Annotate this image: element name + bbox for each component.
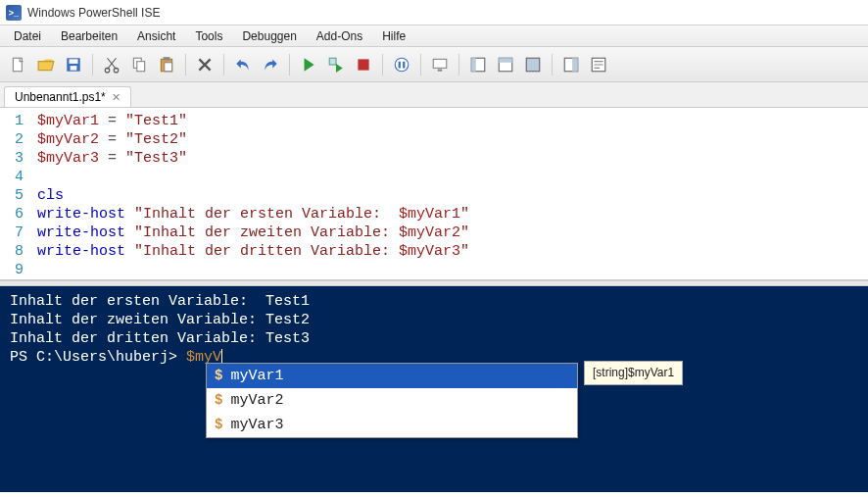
run-button[interactable] [296, 52, 321, 77]
pane-top-icon [497, 56, 514, 74]
pane-left-button[interactable] [465, 52, 491, 77]
pane-max-button[interactable] [520, 52, 546, 77]
menu-tools[interactable]: Tools [185, 27, 232, 44]
code-content: $myVar3 = "Test3" [37, 149, 187, 168]
menu-bearbeiten[interactable]: Bearbeiten [51, 27, 127, 44]
svg-rect-14 [433, 59, 447, 68]
line-number: 2 [8, 130, 37, 149]
line-number: 8 [8, 242, 37, 261]
paste-icon [158, 56, 175, 74]
svg-point-13 [395, 58, 409, 72]
svg-rect-20 [526, 58, 540, 72]
cmd-addon-button[interactable] [586, 52, 611, 77]
editor-line[interactable]: 4 [8, 168, 868, 186]
window-title: Windows PowerShell ISE [27, 6, 160, 20]
run-selection-button[interactable] [323, 52, 349, 77]
line-number: 7 [8, 224, 37, 242]
tab-strip: Unbenannt1.ps1* ✕ [0, 82, 868, 108]
new-icon [10, 56, 27, 74]
intellisense-item[interactable]: $myVar3 [207, 413, 577, 437]
variable-icon: $ [215, 391, 222, 410]
variable-icon: $ [215, 367, 222, 385]
toolbar-separator [420, 54, 421, 75]
console-output-line: Inhalt der dritten Variable: Test3 [10, 329, 858, 348]
script-tab[interactable]: Unbenannt1.ps1* ✕ [4, 86, 131, 107]
remote-icon [431, 56, 449, 74]
editor-line[interactable]: 9 [8, 261, 868, 279]
svg-rect-11 [329, 58, 336, 65]
menu-add-ons[interactable]: Add-Ons [307, 27, 372, 44]
svg-rect-3 [71, 66, 77, 71]
cmd-pane-icon [562, 56, 580, 74]
console-pane[interactable]: Inhalt der ersten Variable: Test1Inhalt … [0, 286, 868, 492]
copy-icon [130, 56, 148, 74]
intellisense-label: myVar1 [230, 367, 283, 385]
svg-rect-19 [499, 58, 512, 63]
script-editor[interactable]: 1$myVar1 = "Test1"2$myVar2 = "Test2"3$my… [0, 108, 868, 280]
pane-max-icon [524, 56, 542, 74]
menu-datei[interactable]: Datei [4, 27, 51, 44]
line-number: 6 [8, 205, 37, 224]
svg-rect-2 [70, 59, 78, 64]
intellisense-tooltip: [string]$myVar1 [584, 361, 683, 385]
console-output-line: Inhalt der ersten Variable: Test1 [10, 292, 858, 311]
editor-line[interactable]: 7write-host "Inhalt der zweiten Variable… [8, 224, 868, 242]
pane-top-button[interactable] [493, 52, 518, 77]
menu-hilfe[interactable]: Hilfe [372, 27, 415, 44]
editor-line[interactable]: 6write-host "Inhalt der ersten Variable:… [8, 205, 868, 224]
menu-bar: DateiBearbeitenAnsichtToolsDebuggenAdd-O… [0, 25, 868, 47]
line-number: 4 [8, 168, 37, 186]
debug-pause-icon [393, 56, 410, 74]
stop-icon [355, 56, 372, 74]
cmd-addon-icon [590, 56, 607, 74]
intellisense-label: myVar2 [230, 391, 283, 410]
save-icon [65, 56, 82, 74]
editor-line[interactable]: 2$myVar2 = "Test2" [8, 130, 868, 149]
line-number: 1 [8, 112, 37, 130]
toolbar-separator [185, 54, 186, 75]
toolbar-separator [458, 54, 459, 75]
intellisense-item[interactable]: $myVar2 [207, 388, 577, 413]
editor-line[interactable]: 8write-host "Inhalt der dritten Variable… [8, 242, 868, 261]
open-button[interactable] [33, 52, 59, 77]
remote-button[interactable] [427, 52, 453, 77]
intellisense-label: myVar3 [230, 416, 283, 434]
open-icon [37, 56, 55, 74]
tab-label: Unbenannt1.ps1* [15, 90, 106, 104]
cut-icon [103, 56, 121, 74]
console-output-line: Inhalt der zweiten Variable: Test2 [10, 311, 858, 329]
new-button[interactable] [6, 52, 31, 77]
copy-button[interactable] [126, 52, 152, 77]
svg-rect-15 [438, 69, 443, 71]
editor-line[interactable]: 1$myVar1 = "Test1" [8, 112, 868, 130]
paste-button[interactable] [154, 52, 179, 77]
line-number: 5 [8, 186, 37, 205]
editor-line[interactable]: 5cls [8, 186, 868, 205]
save-button[interactable] [61, 52, 86, 77]
code-content: write-host "Inhalt der ersten Variable: … [37, 205, 469, 224]
close-icon[interactable]: ✕ [112, 91, 121, 104]
undo-button[interactable] [230, 52, 256, 77]
title-bar: >_ Windows PowerShell ISE [0, 0, 868, 25]
svg-rect-7 [137, 61, 145, 71]
svg-rect-17 [471, 58, 476, 72]
debug-pause-button[interactable] [389, 52, 414, 77]
menu-debuggen[interactable]: Debuggen [232, 27, 306, 44]
redo-icon [262, 56, 279, 74]
editor-line[interactable]: 3$myVar3 = "Test3" [8, 149, 868, 168]
pane-left-icon [469, 56, 487, 74]
menu-ansicht[interactable]: Ansicht [127, 27, 185, 44]
stop-button[interactable] [351, 52, 376, 77]
clear-button[interactable] [192, 52, 217, 77]
code-content: $myVar1 = "Test1" [37, 112, 187, 130]
app-icon: >_ [6, 5, 22, 21]
cmd-pane-button[interactable] [558, 52, 584, 77]
cut-button[interactable] [99, 52, 124, 77]
toolbar [0, 47, 868, 82]
toolbar-separator [223, 54, 224, 75]
redo-button[interactable] [258, 52, 283, 77]
line-number: 3 [8, 149, 37, 168]
intellisense-item[interactable]: $myVar1 [207, 364, 577, 388]
intellisense-popup[interactable]: $myVar1$myVar2$myVar3 [206, 363, 578, 438]
toolbar-separator [552, 54, 553, 75]
